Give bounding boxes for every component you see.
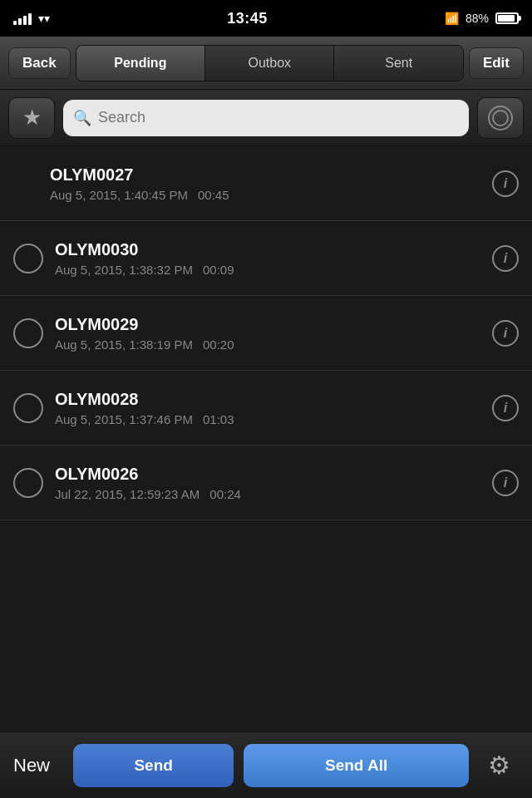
item-meta: Aug 5, 2015, 1:37:46 PM 01:03: [55, 412, 492, 426]
item-duration: 00:20: [203, 337, 234, 352]
item-duration: 00:24: [209, 487, 241, 501]
signal-icon: [13, 12, 32, 25]
item-meta: Aug 5, 2015, 1:38:32 PM 00:09: [55, 263, 492, 277]
item-date: Aug 5, 2015, 1:37:46 PM: [55, 412, 193, 426]
status-left: ▾▾: [13, 12, 50, 25]
item-date: Jul 22, 2015, 12:59:23 AM: [55, 487, 200, 501]
list-item: OLYM0030 Aug 5, 2015, 1:38:32 PM 00:09 i: [0, 221, 532, 296]
star-icon: ★: [22, 105, 42, 131]
list-item: OLYM0027 Aug 5, 2015, 1:40:45 PM 00:45 i: [0, 146, 532, 221]
target-button[interactable]: [477, 97, 524, 139]
item-content: OLYM0026 Jul 22, 2015, 12:59:23 AM 00:24: [55, 465, 492, 501]
gear-icon: ⚙: [488, 751, 510, 780]
item-duration: 00:45: [198, 188, 229, 202]
battery-icon: [495, 12, 519, 24]
item-duration: 01:03: [203, 412, 234, 426]
item-date: Aug 5, 2015, 1:38:19 PM: [55, 337, 193, 352]
item-duration: 00:09: [203, 263, 234, 277]
send-all-button[interactable]: Send All: [244, 744, 469, 787]
info-button[interactable]: i: [492, 320, 519, 347]
tab-pending[interactable]: Pending: [76, 46, 205, 81]
status-bar: ▾▾ 13:45 📶 88%: [0, 0, 532, 37]
items-list: OLYM0027 Aug 5, 2015, 1:40:45 PM 00:45 i…: [0, 146, 532, 732]
item-content: OLYM0029 Aug 5, 2015, 1:38:19 PM 00:20: [55, 315, 492, 352]
search-box[interactable]: 🔍: [63, 100, 469, 136]
item-meta: Aug 5, 2015, 1:40:45 PM 00:45: [50, 188, 492, 202]
search-icon: 🔍: [73, 109, 91, 127]
tab-outbox[interactable]: Outbox: [205, 46, 334, 81]
item-content: OLYM0027 Aug 5, 2015, 1:40:45 PM 00:45: [50, 165, 492, 202]
list-item: OLYM0026 Jul 22, 2015, 12:59:23 AM 00:24…: [0, 446, 532, 520]
bluetooth-icon: 📶: [445, 12, 459, 25]
back-button[interactable]: Back: [8, 47, 71, 79]
item-date: Aug 5, 2015, 1:38:32 PM: [55, 263, 193, 277]
battery-percent: 88%: [466, 12, 489, 25]
tab-sent[interactable]: Sent: [334, 46, 462, 81]
item-checkbox[interactable]: [13, 468, 43, 498]
wifi-icon: ▾▾: [38, 12, 50, 25]
toolbar: ★ 🔍: [0, 90, 532, 146]
item-title: OLYM0026: [55, 465, 492, 484]
item-meta: Aug 5, 2015, 1:38:19 PM 00:20: [55, 337, 492, 352]
status-time: 13:45: [227, 10, 268, 27]
search-input[interactable]: [98, 109, 459, 126]
item-content: OLYM0030 Aug 5, 2015, 1:38:32 PM 00:09: [55, 240, 492, 277]
item-content: OLYM0028 Aug 5, 2015, 1:37:46 PM 01:03: [55, 390, 492, 426]
edit-button[interactable]: Edit: [469, 47, 524, 79]
status-right: 📶 88%: [445, 12, 519, 25]
send-button[interactable]: Send: [73, 744, 234, 787]
bottom-bar: New Send Send All ⚙: [0, 732, 532, 798]
segment-control: Pending Outbox Sent: [76, 45, 464, 81]
info-button[interactable]: i: [492, 170, 519, 197]
item-checkbox[interactable]: [13, 393, 43, 423]
info-button[interactable]: i: [492, 395, 519, 421]
settings-button[interactable]: ⚙: [479, 746, 519, 786]
item-title: OLYM0027: [50, 165, 492, 185]
info-button[interactable]: i: [492, 470, 519, 496]
item-date: Aug 5, 2015, 1:40:45 PM: [50, 188, 188, 202]
list-item: OLYM0029 Aug 5, 2015, 1:38:19 PM 00:20 i: [0, 296, 532, 371]
info-button[interactable]: i: [492, 245, 519, 272]
favorites-button[interactable]: ★: [8, 97, 55, 139]
nav-bar: Back Pending Outbox Sent Edit: [0, 37, 532, 90]
item-meta: Jul 22, 2015, 12:59:23 AM 00:24: [55, 487, 492, 501]
list-item: OLYM0028 Aug 5, 2015, 1:37:46 PM 01:03 i: [0, 371, 532, 446]
item-checkbox[interactable]: [13, 318, 43, 348]
item-title: OLYM0028: [55, 390, 492, 409]
item-title: OLYM0030: [55, 240, 492, 259]
item-title: OLYM0029: [55, 315, 492, 334]
new-label: New: [13, 755, 63, 776]
item-checkbox[interactable]: [13, 244, 43, 273]
target-icon: [488, 106, 513, 131]
